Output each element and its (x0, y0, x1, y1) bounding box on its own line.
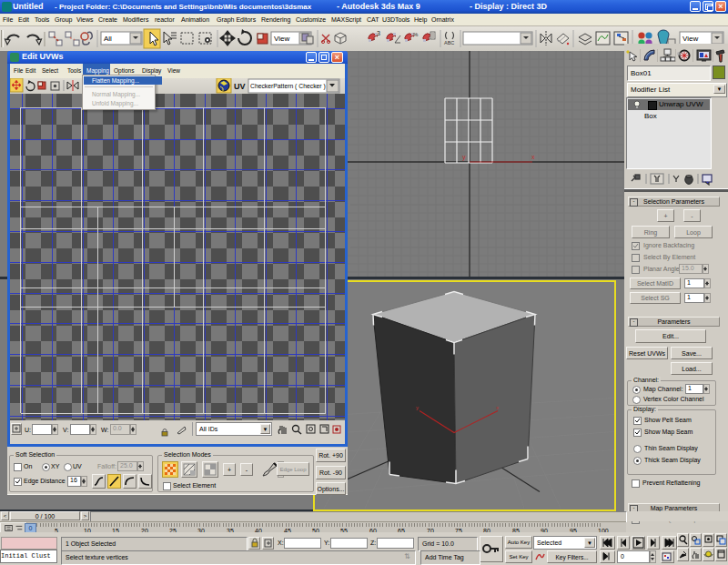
svg-text:ABC: ABC (444, 40, 454, 45)
svg-text:3: 3 (377, 30, 380, 36)
svg-text:All: All (104, 35, 112, 43)
svg-text:x: x (531, 154, 535, 160)
svg-text:View: View (682, 35, 698, 43)
svg-text:y: y (462, 154, 466, 161)
svg-text:View: View (274, 35, 289, 43)
svg-text:%: % (413, 32, 419, 37)
svg-text:UV: UV (234, 82, 246, 91)
svg-text:x: x (496, 404, 499, 409)
svg-text:CheckerPattern ( Checker ): CheckerPattern ( Checker ) (250, 83, 326, 90)
svg-text:y: y (416, 404, 419, 409)
